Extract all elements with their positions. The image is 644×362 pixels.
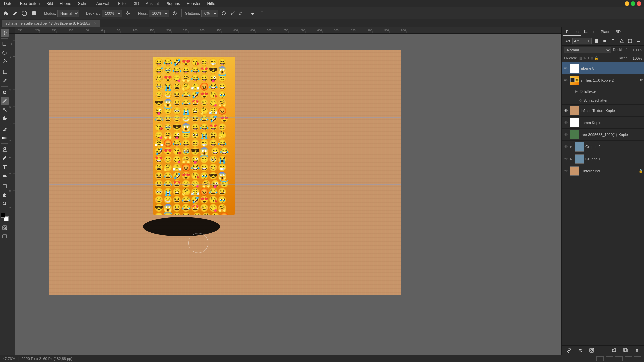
- layer-blend-mode-select[interactable]: Normal: [564, 47, 611, 53]
- gruppe2-expand-arrow[interactable]: ▶: [570, 145, 573, 148]
- home-icon[interactable]: [2, 10, 9, 17]
- layer-item-schlagschatten[interactable]: ◎ Schlagschatten: [562, 96, 644, 105]
- layer-vis-gruppe2[interactable]: 👁: [563, 144, 569, 149]
- layer-vis-infinite[interactable]: 👁: [563, 108, 569, 113]
- layer-filter-shape-icon[interactable]: [618, 37, 625, 45]
- document-tab-close[interactable]: ✕: [94, 22, 96, 25]
- layer-vis-hintergrund[interactable]: 👁: [563, 168, 569, 174]
- layer-item-tree-kopie[interactable]: 👁 tree-3095683_1920(1) Kopie: [562, 129, 644, 141]
- shape-tool[interactable]: [1, 182, 9, 190]
- layer-item-lamm-kopie[interactable]: 👁 Lamm Kopie: [562, 117, 644, 129]
- menu-3d[interactable]: 3D: [132, 1, 140, 7]
- window-maximize-button[interactable]: [631, 1, 635, 6]
- modus-select[interactable]: Normal: [57, 10, 79, 17]
- angle-icon[interactable]: [229, 10, 237, 17]
- tab-kanale[interactable]: Kanäle: [581, 28, 598, 36]
- layer-filter-smart-icon[interactable]: [626, 37, 634, 45]
- menu-hilfe[interactable]: Hilfe: [206, 1, 217, 7]
- fluss-pressure-icon[interactable]: [171, 10, 178, 17]
- layer-vis-lamm[interactable]: 👁: [563, 120, 569, 125]
- fluss-select[interactable]: 100%: [149, 10, 169, 17]
- foreground-background-colors[interactable]: [0, 212, 9, 222]
- status-icon-4[interactable]: [625, 356, 632, 361]
- layer-style-icon[interactable]: fx: [577, 347, 584, 354]
- layer-item-infinite-texture[interactable]: 👁 Infinite Texture Kopie: [562, 105, 644, 117]
- deckkraft-pressure-icon[interactable]: [124, 10, 131, 17]
- brush-hardness-icon[interactable]: [30, 10, 38, 17]
- brush-tool[interactable]: [1, 97, 9, 105]
- menu-auswahl[interactable]: Auswahl: [95, 1, 113, 7]
- quick-mask-tool[interactable]: [1, 224, 9, 232]
- menu-bild[interactable]: Bild: [45, 1, 54, 7]
- menu-bearbeiten[interactable]: Bearbeiten: [19, 1, 41, 7]
- hand-tool[interactable]: [1, 191, 9, 199]
- history-brush-tool[interactable]: [1, 114, 9, 122]
- layer-item-gruppe2[interactable]: 👁 ▶ Gruppe 2: [562, 141, 644, 153]
- glattung-select[interactable]: 0%: [201, 10, 218, 17]
- tab-ebenen[interactable]: Ebenen: [563, 28, 581, 36]
- dodge-tool[interactable]: [1, 145, 9, 153]
- lasso-tool[interactable]: [1, 49, 9, 57]
- menu-datei[interactable]: Datei: [3, 1, 15, 7]
- menu-schrift[interactable]: Schrift: [77, 1, 91, 7]
- layer-vis-tree[interactable]: 👁: [563, 132, 569, 137]
- layer-filter-text-icon[interactable]: T: [609, 37, 617, 45]
- status-icon-2[interactable]: [606, 356, 613, 361]
- move-tool[interactable]: [1, 29, 9, 37]
- window-close-button[interactable]: [637, 1, 641, 6]
- text-tool[interactable]: [1, 163, 9, 171]
- document-tab[interactable]: schatten erstellen.psd bei 47,8% (Ebene …: [2, 20, 100, 27]
- eyedropper-tool[interactable]: [1, 77, 9, 85]
- foreground-color-swatch[interactable]: [1, 213, 5, 218]
- eraser-tool[interactable]: [1, 125, 9, 133]
- layer-filter-pixel-icon[interactable]: [593, 37, 600, 45]
- canvas-scroll[interactable]: 😀😂🤣😍😘😊😁😆😅🥹😂😀😂🤩😎😱🥴😍😋🤗😂😀😜😇🥺😭😩🤔😤😡😂😀 😊😁😆😂🤣😍😘…: [15, 34, 561, 355]
- screen-mode-tool[interactable]: [1, 232, 9, 240]
- lock-artboard-icon[interactable]: ⊞: [591, 56, 593, 60]
- tab-3d[interactable]: 3D: [613, 28, 623, 36]
- layer-vis-ebene8[interactable]: 👁: [563, 66, 569, 71]
- layer-adjustment-icon[interactable]: [599, 347, 606, 354]
- pen-tool[interactable]: [1, 154, 9, 162]
- layer-vis-smilies[interactable]: 👁: [563, 78, 569, 83]
- lock-position-icon[interactable]: ✛: [587, 56, 590, 60]
- tab-pfade[interactable]: Pfade: [598, 28, 613, 36]
- layer-filter-adjustment-icon[interactable]: [601, 37, 608, 45]
- layer-mask-icon[interactable]: [588, 347, 595, 354]
- symmetry-icon[interactable]: [258, 10, 266, 17]
- lock-pixels-icon[interactable]: ✎: [583, 56, 586, 60]
- path-selection-tool[interactable]: [1, 171, 9, 179]
- clone-stamp-tool[interactable]: [1, 106, 9, 114]
- status-icon-1[interactable]: [596, 356, 604, 361]
- layer-delete-icon[interactable]: [633, 347, 641, 354]
- gruppe1-expand-arrow[interactable]: ▶: [570, 157, 573, 161]
- menu-plugins[interactable]: Plug-ins: [164, 1, 181, 7]
- deckkraft-select[interactable]: 100%: [102, 10, 122, 17]
- layer-item-gruppe1[interactable]: 👁 ▶ Gruppe 1: [562, 153, 644, 165]
- effects-eye-icon[interactable]: ◎: [580, 89, 583, 93]
- gradient-tool[interactable]: [1, 134, 9, 142]
- layer-new-icon[interactable]: [622, 347, 629, 354]
- layer-item-hintergrund[interactable]: 👁 Hintergrund 🔒: [562, 165, 644, 177]
- layer-link-icon[interactable]: [565, 347, 573, 354]
- menu-fenster[interactable]: Fenster: [185, 1, 202, 7]
- menu-ebene[interactable]: Ebene: [58, 1, 73, 7]
- layer-filter-toggle[interactable]: [635, 37, 642, 45]
- schlagschatten-eye-icon[interactable]: ◎: [579, 99, 582, 102]
- menu-filter[interactable]: Filter: [117, 1, 128, 7]
- layer-item-smilies-kopie2[interactable]: 👁 😊 smilies-1...0 Kopie 2 fx: [562, 74, 644, 86]
- lock-transparent-icon[interactable]: ▦: [579, 56, 582, 60]
- selection-tool[interactable]: [1, 40, 9, 48]
- glattung-settings-icon[interactable]: [220, 10, 227, 17]
- layer-item-ebene8[interactable]: 👁 Ebene 8: [562, 62, 644, 74]
- brush-size-icon[interactable]: [21, 10, 28, 17]
- magic-wand-tool[interactable]: [1, 57, 9, 65]
- menu-ansicht[interactable]: Ansicht: [144, 1, 160, 7]
- brush-tool-icon[interactable]: [11, 10, 19, 17]
- airbrush-icon[interactable]: [249, 10, 256, 17]
- status-icon-3[interactable]: [615, 356, 623, 361]
- crop-tool[interactable]: [1, 68, 9, 76]
- layer-group-icon[interactable]: [610, 347, 618, 354]
- status-icon-5[interactable]: [634, 356, 641, 361]
- window-minimize-button[interactable]: [625, 1, 629, 6]
